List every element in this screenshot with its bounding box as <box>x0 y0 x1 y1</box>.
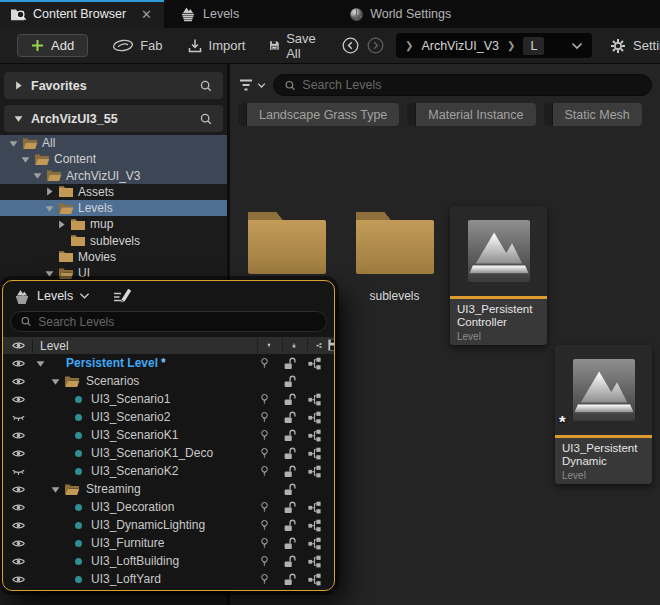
eye-open-icon[interactable] <box>7 392 29 407</box>
blueprint-node-icon[interactable] <box>307 410 322 425</box>
breadcrumb[interactable]: ❯ ArchVizUI_V3 ❯ L <box>396 33 592 58</box>
eye-open-icon[interactable] <box>7 374 29 389</box>
lighting-bulb-icon[interactable] <box>257 553 272 569</box>
eye-open-icon[interactable] <box>7 428 29 443</box>
lighting-bulb-icon[interactable] <box>257 571 272 587</box>
tab-content-browser[interactable]: Content Browser ✕ <box>0 0 164 28</box>
lock-open-icon[interactable] <box>282 482 297 497</box>
search-icon[interactable] <box>199 112 213 126</box>
blueprint-node-icon[interactable] <box>307 572 322 587</box>
eye-open-icon[interactable] <box>7 518 29 533</box>
lighting-bulb-icon[interactable] <box>257 463 272 479</box>
folder-sublevels[interactable]: sublevels <box>346 208 443 303</box>
settings-button[interactable]: Settings <box>610 38 660 54</box>
eye-open-icon[interactable] <box>7 482 29 497</box>
level-row-ui3-scenario1[interactable]: UI3_Scenario1 <box>3 390 334 408</box>
lock-open-icon[interactable] <box>282 410 297 425</box>
level-row-ui3-scenariok1-deco[interactable]: UI3_ScenarioK1_Deco <box>3 444 334 462</box>
expander-down-icon[interactable] <box>35 358 46 369</box>
expander-down-icon[interactable] <box>13 113 29 124</box>
breadcrumb-folder[interactable]: ArchVizUI_V3 <box>421 39 499 53</box>
asset-ui3-persistent-controller[interactable]: UI3_Persistent ControllerLevel <box>450 206 547 345</box>
tab-levels[interactable]: Levels <box>169 0 249 28</box>
eye-open-icon[interactable] <box>7 356 29 371</box>
lighting-bulb-icon[interactable] <box>257 391 272 407</box>
lighting-bulb-icon[interactable] <box>257 535 272 551</box>
blueprint-node-icon[interactable] <box>307 392 322 407</box>
lighting-bulb-icon[interactable] <box>257 517 272 533</box>
eye-open-icon[interactable] <box>7 536 29 551</box>
forward-button[interactable] <box>367 37 384 54</box>
save-column-header[interactable] <box>327 338 335 352</box>
asset-search-input[interactable] <box>302 78 641 92</box>
blueprint-node-icon[interactable] <box>307 446 322 461</box>
lock-open-icon[interactable] <box>282 464 297 479</box>
lock-open-icon[interactable] <box>282 518 297 533</box>
asset-ui3-persistent-dynamic[interactable]: UI3_Persistent DynamicLevel* <box>555 345 652 484</box>
filter-toggle[interactable] <box>238 103 247 126</box>
filter-button[interactable] <box>238 78 266 92</box>
tree-item-movies[interactable]: Movies <box>0 249 227 265</box>
filter-chip-static-mesh[interactable]: Static Mesh <box>544 103 642 126</box>
asset-search[interactable] <box>273 74 652 96</box>
chevron-down-icon[interactable] <box>79 292 90 300</box>
lock-open-icon[interactable] <box>282 500 297 515</box>
level-column-header[interactable]: Level <box>32 339 69 353</box>
expander-right-icon[interactable] <box>44 186 57 197</box>
tab-world-settings[interactable]: World Settings <box>339 0 461 28</box>
tree-item-assets[interactable]: Assets <box>0 184 227 200</box>
tree-item-archvizui-v3[interactable]: ArchVizUI_V3 <box>0 168 227 184</box>
fab-button[interactable]: Fab <box>112 38 162 53</box>
blueprint-node-icon[interactable] <box>307 536 322 551</box>
expander-down-icon[interactable] <box>50 376 61 387</box>
lock-column-header[interactable] <box>282 338 297 353</box>
lock-open-icon[interactable] <box>282 356 297 371</box>
blueprint-node-icon[interactable] <box>307 554 322 569</box>
tree-item-levels[interactable]: Levels <box>0 200 227 216</box>
lock-open-icon[interactable] <box>282 446 297 461</box>
favorites-section[interactable]: Favorites <box>4 72 223 99</box>
blueprint-node-icon[interactable] <box>307 518 322 533</box>
filter-chip-landscape-grass-type[interactable]: Landscape Grass Type <box>238 103 399 126</box>
level-row-ui3-loftbuilding[interactable]: UI3_LoftBuilding <box>3 552 334 570</box>
expander-down-icon[interactable] <box>20 154 33 165</box>
eye-closed-icon[interactable] <box>7 464 29 479</box>
lock-open-icon[interactable] <box>282 392 297 407</box>
levels-search[interactable] <box>10 311 327 332</box>
tree-item-sublevels[interactable]: sublevels <box>0 233 227 249</box>
eye-open-icon[interactable] <box>7 572 29 587</box>
blueprint-column-header[interactable] <box>307 338 322 353</box>
collection-section[interactable]: ArchVizUI3_55 <box>4 105 223 132</box>
blueprint-node-icon[interactable] <box>307 500 322 515</box>
lock-open-icon[interactable] <box>282 428 297 443</box>
levels-search-input[interactable] <box>38 315 317 329</box>
lighting-bulb-icon[interactable] <box>257 445 272 461</box>
expander-right-icon[interactable] <box>56 219 69 230</box>
tree-item-content[interactable]: Content <box>0 151 227 167</box>
lighting-bulb-icon[interactable] <box>257 499 272 515</box>
add-button[interactable]: Add <box>17 34 88 57</box>
eye-open-icon[interactable] <box>7 554 29 569</box>
lock-open-icon[interactable] <box>282 554 297 569</box>
import-button[interactable]: Import <box>187 38 246 54</box>
tree-item-mup[interactable]: mup <box>0 216 227 232</box>
lock-open-icon[interactable] <box>282 572 297 587</box>
edit-levels-icon[interactable] <box>112 287 132 305</box>
back-button[interactable] <box>342 37 359 54</box>
search-icon[interactable] <box>199 79 213 93</box>
eye-open-icon[interactable] <box>7 500 29 515</box>
lock-open-icon[interactable] <box>282 536 297 551</box>
tree-item-all[interactable]: All <box>0 135 227 151</box>
close-icon[interactable]: ✕ <box>139 7 154 22</box>
breadcrumb-current[interactable]: L <box>523 37 544 55</box>
filter-toggle[interactable] <box>407 103 416 126</box>
filter-toggle[interactable] <box>544 103 553 126</box>
lighting-column-header[interactable] <box>257 338 272 353</box>
lighting-bulb-icon[interactable] <box>257 355 272 371</box>
level-row-ui3-scenariok2[interactable]: UI3_ScenarioK2 <box>3 462 334 480</box>
level-row-scenarios[interactable]: Scenarios <box>3 372 334 390</box>
expander-down-icon[interactable] <box>32 170 45 181</box>
level-row-ui3-decoration[interactable]: UI3_Decoration <box>3 498 334 516</box>
tree-item-ui[interactable]: UI <box>0 265 227 281</box>
level-row-streaming[interactable]: Streaming <box>3 480 334 498</box>
